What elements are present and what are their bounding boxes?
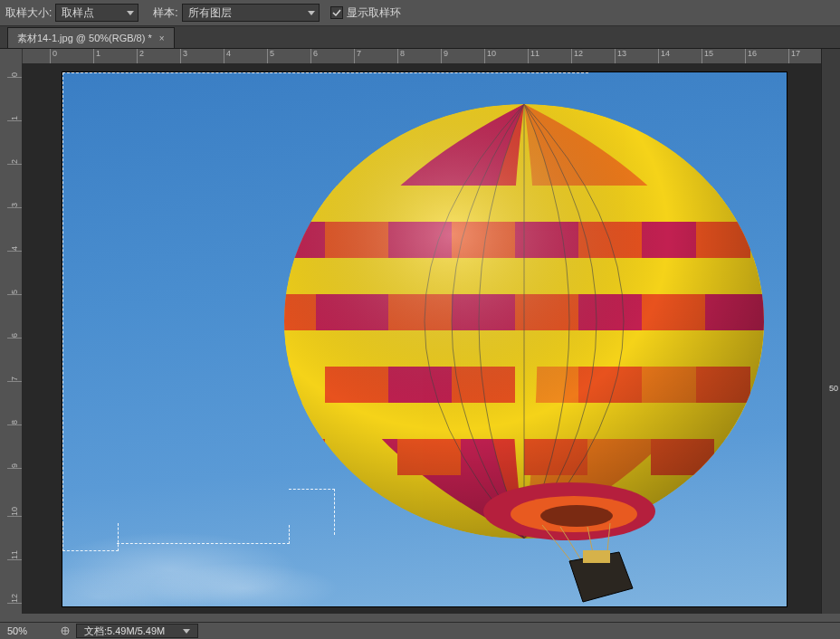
sample-size-label: 取样大小: [5, 5, 52, 21]
close-icon[interactable]: × [159, 33, 165, 43]
ruler-tick: 7 [7, 377, 22, 382]
sample-label: 样本: [153, 5, 177, 21]
document-tab-title: 素材14-1.jpg @ 50%(RGB/8) * [17, 32, 152, 45]
doc-size-label: 文档 [84, 625, 104, 638]
sample-value: 所有图层 [188, 5, 232, 21]
ruler-tick: 0 [7, 72, 22, 78]
ruler-tick: 10 [7, 507, 22, 517]
ruler-tick: 3 [180, 49, 187, 63]
chevron-down-icon [308, 11, 315, 15]
ruler-tick: 11 [7, 550, 22, 560]
ruler-tick: 12 [571, 49, 583, 63]
ruler-tick: 2 [137, 49, 144, 63]
options-toolbar: 取样大小: 取样点 样本: 所有图层 显示取样环 [0, 0, 840, 26]
document-canvas[interactable] [62, 72, 787, 606]
workspace: 01234567891011121314151617 0123456789101… [0, 49, 840, 614]
ruler-tick: 0 [50, 49, 57, 63]
checkbox-icon [330, 6, 343, 19]
ruler-tick: 14 [658, 49, 670, 63]
ruler-tick: 13 [615, 49, 626, 63]
ruler-tick: 6 [7, 333, 22, 339]
panel-dock[interactable]: 50 [821, 49, 840, 614]
ruler-tick: 9 [7, 463, 22, 469]
ruler-tick: 1 [93, 49, 100, 63]
ruler-tick: 5 [7, 290, 22, 295]
vertical-ruler[interactable]: 0123456789101112 [7, 63, 23, 614]
image-balloon [271, 100, 778, 606]
svg-rect-18 [271, 439, 325, 475]
chevron-down-icon [127, 11, 134, 15]
ruler-tick: 8 [7, 420, 22, 425]
ruler-tick: 7 [354, 49, 361, 63]
ruler-tick: 9 [441, 49, 448, 63]
panel-value: 50 [829, 384, 838, 393]
status-nav-icon[interactable] [58, 626, 72, 635]
horizontal-ruler[interactable]: 01234567891011121314151617 [7, 49, 822, 64]
svg-point-33 [540, 505, 613, 527]
ruler-corner [7, 49, 23, 63]
svg-point-30 [284, 104, 764, 539]
ruler-tick: 11 [528, 49, 539, 63]
ruler-tick: 6 [310, 49, 318, 63]
ruler-tick: 5 [267, 49, 274, 63]
show-ring-label: 显示取样环 [347, 5, 401, 21]
zoom-level[interactable]: 50% [0, 625, 58, 636]
ruler-tick: 17 [788, 49, 800, 63]
show-ring-checkbox[interactable]: 显示取样环 [330, 5, 401, 21]
canvas-area[interactable] [22, 63, 822, 614]
doc-size-readout[interactable]: 文档 :5.49M/5.49M [76, 624, 198, 638]
sample-size-value: 取样点 [62, 5, 94, 21]
ruler-tick: 10 [484, 49, 496, 63]
ruler-tick: 8 [397, 49, 405, 63]
ruler-tick: 2 [7, 159, 22, 165]
ruler-tick: 16 [745, 49, 757, 63]
ruler-tick: 3 [7, 203, 22, 208]
ruler-tick: 15 [702, 49, 713, 63]
doc-size-value: :5.49M/5.49M [104, 625, 165, 636]
ruler-tick: 12 [7, 594, 22, 604]
ruler-tick: 1 [7, 116, 22, 121]
chevron-down-icon [183, 629, 190, 634]
ruler-tick: 4 [7, 246, 22, 252]
sample-dropdown[interactable]: 所有图层 [182, 4, 320, 22]
document-tabbar: 素材14-1.jpg @ 50%(RGB/8) * × [0, 26, 840, 49]
sample-size-dropdown[interactable]: 取样点 [55, 4, 138, 22]
status-bar: 50% 文档 :5.49M/5.49M [0, 622, 840, 639]
document-tab[interactable]: 素材14-1.jpg @ 50%(RGB/8) * × [7, 27, 175, 48]
ruler-tick: 4 [224, 49, 231, 63]
svg-rect-38 [583, 550, 610, 563]
